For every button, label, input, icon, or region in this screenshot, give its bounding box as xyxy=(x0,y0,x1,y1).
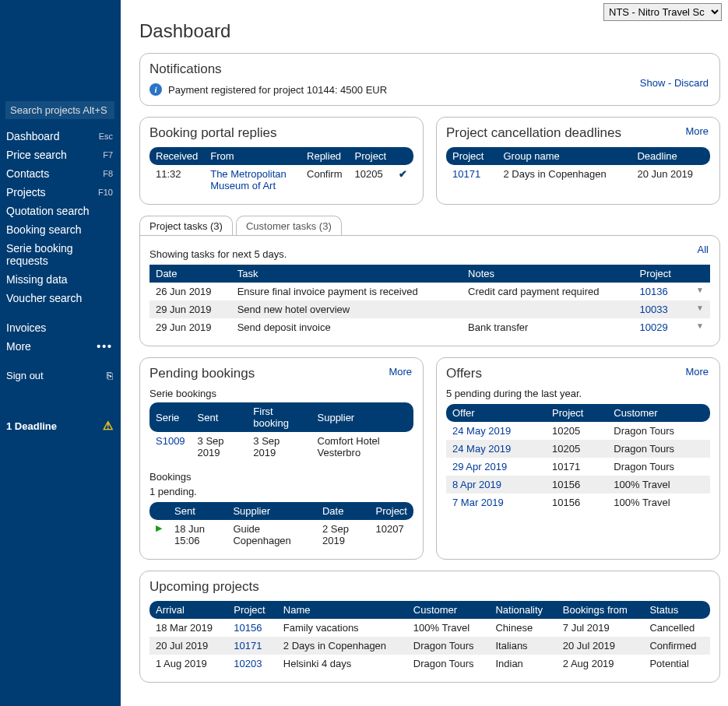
sidebar-item-projects[interactable]: ProjectsF10 xyxy=(0,183,121,202)
upcoming-card: Upcoming projects ArrivalProjectNameCust… xyxy=(139,571,720,683)
booking-replies-title: Booking portal replies xyxy=(149,125,413,141)
notifications-title: Notifications xyxy=(149,61,710,77)
cancel-deadlines-card: More Project cancellation deadlines Proj… xyxy=(436,117,720,205)
chevron-down-icon[interactable]: ▼ xyxy=(686,318,710,336)
offer-link[interactable]: 24 May 2019 xyxy=(446,422,546,440)
sidebar-item-invoices[interactable]: Invoices xyxy=(0,318,121,337)
project-link[interactable]: 10033 xyxy=(634,300,687,318)
nav-label: Contacts xyxy=(6,167,49,180)
table-row: 8 Apr 201910156100% Travel xyxy=(446,476,710,493)
sidebar: DashboardEscPrice searchF7ContactsF8Proj… xyxy=(0,0,121,706)
nav-label: Invoices xyxy=(6,321,46,334)
play-icon: ▶ xyxy=(149,520,168,550)
table-row: 101712 Days in Copenhagen20 Jun 2019 xyxy=(446,165,710,183)
booking-replies-table: ReceivedFromRepliedProject 11:32The Metr… xyxy=(149,147,413,195)
offer-link[interactable]: 8 Apr 2019 xyxy=(446,476,546,493)
offers-table: OfferProjectCustomer 24 May 201910205Dra… xyxy=(446,404,710,511)
sidebar-item-quotation-search[interactable]: Quotation search xyxy=(0,202,121,220)
more-link[interactable]: More xyxy=(685,125,709,137)
company-select[interactable]: NTS - Nitro Travel Sc xyxy=(603,3,722,21)
project-link[interactable]: 10203 xyxy=(227,655,277,673)
nav-shortcut: F7 xyxy=(103,150,113,160)
table-row: 26 Jun 2019Ensure final invoice payment … xyxy=(149,283,710,300)
deadline-label: 1 Deadline xyxy=(6,420,57,432)
pending-bookings-card: More Pending bookings Serie bookings Ser… xyxy=(139,357,424,560)
project-link[interactable]: 10029 xyxy=(634,318,687,336)
tab-project-tasks[interactable]: Project tasks (3) xyxy=(139,216,233,236)
serie-bookings-label: Serie bookings xyxy=(149,388,413,399)
notifications-card: Notifications i Payment registered for p… xyxy=(139,53,720,106)
sidebar-item-contacts[interactable]: ContactsF8 xyxy=(0,164,121,183)
project-link[interactable]: 10136 xyxy=(634,283,687,300)
discard-link[interactable]: Discard xyxy=(674,77,709,89)
nav-label: Voucher search xyxy=(6,292,82,304)
table-row: 7 Mar 201910156100% Travel xyxy=(446,493,710,511)
cancel-deadlines-title: Project cancellation deadlines xyxy=(446,125,710,141)
show-link[interactable]: Show xyxy=(640,77,666,89)
nav-label: Serie booking requests xyxy=(6,242,113,267)
serie-bookings-table: SerieSentFirst bookingSupplier S10093 Se… xyxy=(149,402,413,462)
table-row: 20 Jul 2019101712 Days in CopenhagenDrag… xyxy=(149,637,710,655)
bookings-table: SentSupplierDateProject ▶18 Jun 15:06Gui… xyxy=(149,502,413,550)
project-link[interactable]: 10171 xyxy=(227,637,277,655)
nav-shortcut: Esc xyxy=(99,132,113,141)
offer-link[interactable]: 7 Mar 2019 xyxy=(446,493,546,511)
chevron-down-icon[interactable]: ▼ xyxy=(686,283,710,300)
signout-link[interactable]: Sign out ⎘ xyxy=(0,367,121,385)
table-row: S10093 Sep 20193 Sep 2019Comfort Hotel V… xyxy=(149,432,413,462)
sidebar-item-voucher-search[interactable]: Voucher search xyxy=(0,289,121,307)
main-content: NTS - Nitro Travel Sc Dashboard Notifica… xyxy=(121,0,728,706)
table-row: 29 Jun 2019Send new hotel overview10033▼ xyxy=(149,300,710,318)
table-row: 18 Mar 201910156Family vacations100% Tra… xyxy=(149,619,710,637)
nav-label: Quotation search xyxy=(6,205,90,217)
nav-shortcut: F8 xyxy=(103,169,113,178)
sidebar-item-serie-booking-requests[interactable]: Serie booking requests xyxy=(0,239,121,270)
sidebar-item-price-search[interactable]: Price searchF7 xyxy=(0,146,121,164)
page-title: Dashboard xyxy=(139,20,720,42)
sidebar-item-dashboard[interactable]: DashboardEsc xyxy=(0,127,121,146)
nav-label: Price search xyxy=(6,149,67,161)
warning-icon: ⚠ xyxy=(103,419,113,433)
chevron-down-icon[interactable]: ▼ xyxy=(686,300,710,318)
tasks-card: All Showing tasks for next 5 days. DateT… xyxy=(139,235,720,346)
tasks-table: DateTaskNotesProject 26 Jun 2019Ensure f… xyxy=(149,265,710,336)
nav-shortcut: F10 xyxy=(98,188,113,197)
upcoming-title: Upcoming projects xyxy=(149,579,710,595)
all-link[interactable]: All xyxy=(698,244,709,255)
company-selector[interactable]: NTS - Nitro Travel Sc xyxy=(603,3,722,21)
offer-link[interactable]: 24 May 2019 xyxy=(446,440,546,458)
more-link[interactable]: More xyxy=(389,366,412,378)
nav-label: Projects xyxy=(6,186,46,198)
project-link[interactable]: 10171 xyxy=(446,165,497,183)
tasks-subtitle: Showing tasks for next 5 days. xyxy=(149,248,710,260)
nav-label: Missing data xyxy=(6,273,68,286)
table-row: 24 May 201910205Dragon Tours xyxy=(446,440,710,458)
table-row: 24 May 201910205Dragon Tours xyxy=(446,422,710,440)
sidebar-item-missing-data[interactable]: Missing data xyxy=(0,270,121,289)
pending-count: 1 pending. xyxy=(149,486,413,497)
search-input[interactable] xyxy=(5,101,114,119)
tasks-tabs: Project tasks (3) Customer tasks (3) xyxy=(139,216,720,236)
info-icon: i xyxy=(149,83,162,96)
more-link[interactable]: More xyxy=(685,366,709,378)
supplier-link[interactable]: The Metropolitan Museum of Art xyxy=(204,165,301,195)
table-row: 11:32The Metropolitan Museum of ArtConfi… xyxy=(149,165,413,195)
cancel-deadlines-table: ProjectGroup nameDeadline 101712 Days in… xyxy=(446,147,710,183)
offers-subtitle: 5 pending during the last year. xyxy=(446,388,710,399)
offers-title: Offers xyxy=(446,366,710,381)
offer-link[interactable]: 29 Apr 2019 xyxy=(446,458,546,476)
table-row: 29 Apr 201910171Dragon Tours xyxy=(446,458,710,476)
deadline-indicator[interactable]: 1 Deadline ⚠ xyxy=(0,416,121,436)
booking-replies-card: Booking portal replies ReceivedFromRepli… xyxy=(139,117,424,205)
sidebar-item-more[interactable]: More••• xyxy=(0,337,121,356)
upcoming-table: ArrivalProjectNameCustomerNationalityBoo… xyxy=(149,601,710,673)
table-row: ▶18 Jun 15:06Guide Copenhagen2 Sep 20191… xyxy=(149,520,413,550)
project-link[interactable]: 10156 xyxy=(227,619,277,637)
offers-card: More Offers 5 pending during the last ye… xyxy=(436,357,720,560)
serie-link[interactable]: S1009 xyxy=(149,432,192,462)
sidebar-item-booking-search[interactable]: Booking search xyxy=(0,220,121,239)
tab-customer-tasks[interactable]: Customer tasks (3) xyxy=(236,216,342,236)
table-row: 1 Aug 201910203Helsinki 4 daysDragon Tou… xyxy=(149,655,710,673)
nav-label: More xyxy=(6,340,31,353)
more-icon: ••• xyxy=(97,340,113,353)
